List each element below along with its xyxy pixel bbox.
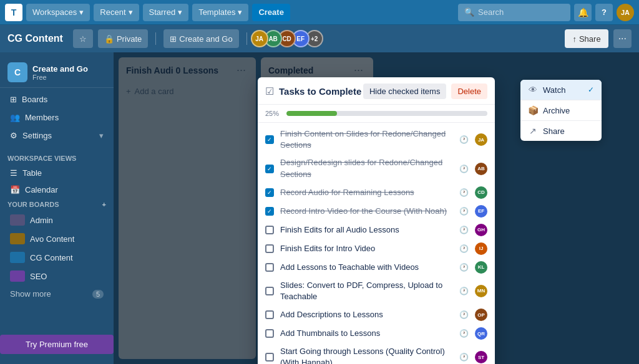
checklist-checkbox[interactable] — [265, 226, 274, 234]
clock-icon[interactable]: 🕐 — [459, 263, 469, 272]
checklist-item[interactable]: Add Descriptions to Lessons🕐OP — [258, 305, 495, 324]
archive-menu-item[interactable]: 📦 Archive — [520, 100, 602, 120]
checklist-item-avatar: QR — [475, 327, 487, 340]
share-btn[interactable]: ↑ Share — [565, 29, 608, 48]
search-bar[interactable]: 🔍 Search — [458, 4, 570, 21]
clock-icon[interactable]: 🕐 — [459, 135, 469, 144]
checklist-item[interactable]: Add Thumbnails to Lessons🕐QR — [258, 324, 495, 343]
header-divider-2 — [246, 32, 247, 45]
checklist-checkbox[interactable] — [265, 287, 274, 295]
workspaces-btn[interactable]: Workspaces ▾ — [26, 4, 90, 21]
sidebar-item-table[interactable]: ☰ Table — [2, 165, 111, 181]
checklist-checkbox[interactable] — [265, 244, 274, 253]
board-title: CG Content — [7, 33, 63, 44]
watch-menu-item[interactable]: 👁 Watch ✓ — [520, 80, 602, 100]
checklist-item-text: Design/Redesign slides for Redone/Change… — [280, 157, 453, 180]
clock-icon[interactable]: 🕐 — [459, 188, 469, 197]
recent-btn[interactable]: Recent ▾ — [94, 4, 139, 21]
clock-icon[interactable]: 🕐 — [459, 310, 469, 319]
add-board-icon[interactable]: + — [102, 201, 106, 208]
checklist-checkbox[interactable] — [265, 329, 274, 338]
sidebar-board-cg[interactable]: CG Content — [2, 249, 111, 266]
sidebar-board-seo[interactable]: SEO — [2, 267, 111, 285]
sidebar-item-boards[interactable]: ⊞ Boards — [2, 91, 111, 108]
checklist-item-text: Record Intro Video for the Course (With … — [280, 206, 453, 217]
checklist-item-text: Finish Content on Slides for Redone/Chan… — [280, 128, 453, 151]
clock-icon[interactable]: 🕐 — [459, 226, 469, 234]
checklist-icon: ☑ — [265, 85, 274, 97]
workspace-views-label: Workspace views — [0, 150, 114, 165]
checklist-item[interactable]: Start Going through Lessons (Quality Con… — [258, 343, 495, 364]
members-icon: 👥 — [10, 113, 20, 122]
sidebar-board-admin[interactable]: Admin — [2, 211, 111, 229]
more-btn[interactable]: ··· — [613, 29, 632, 48]
context-menu: 👁 Watch ✓ 📦 Archive ↗ Share — [520, 80, 602, 141]
share-menu-item[interactable]: ↗ Share — [520, 121, 602, 141]
sidebar-board-avo[interactable]: Avo Content — [2, 230, 111, 247]
board-header: CG Content ☆ 🔒 Private ⊞ Create and Go J… — [0, 25, 639, 52]
checklist-list: Finish Content on Slides for Redone/Chan… — [258, 123, 495, 364]
notification-bell-icon[interactable]: 🔔 — [574, 4, 592, 21]
checklist-item-avatar: MN — [475, 285, 487, 297]
board-content: Finish Audi 0 Lessons ··· + Add a card C… — [114, 52, 639, 364]
star-icon: ☆ — [79, 34, 87, 44]
try-premium-btn[interactable]: Try Premium free — [0, 335, 114, 354]
checklist-item[interactable]: Finish Edits for Intro Video🕐IJ — [258, 239, 495, 258]
checklist-checkbox[interactable] — [265, 263, 274, 272]
modal-overlay[interactable]: 👁 Watch ✓ 📦 Archive ↗ Share — [114, 52, 639, 364]
checklist-item-text: Add Thumbnails to Lessons — [280, 328, 453, 339]
checklist-checkbox[interactable] — [265, 188, 274, 197]
watch-check-icon: ✓ — [588, 85, 594, 94]
checklist-checkbox[interactable] — [265, 135, 274, 144]
checklist-item[interactable]: Design/Redesign slides for Redone/Change… — [258, 154, 495, 183]
clock-icon[interactable]: 🕐 — [459, 244, 469, 253]
checklist-checkbox[interactable] — [265, 353, 274, 362]
delete-btn[interactable]: Delete — [451, 84, 487, 99]
workspace-icon: C — [7, 62, 27, 82]
clock-icon[interactable]: 🕐 — [459, 353, 469, 362]
show-more-btn[interactable]: Show more 5 — [2, 286, 111, 302]
templates-btn[interactable]: Templates ▾ — [192, 4, 248, 21]
checklist-item-avatar: JA — [475, 133, 487, 146]
board-color-cg — [10, 252, 25, 263]
checklist-item[interactable]: Finish Edits for all Audio Lessons🕐GH — [258, 221, 495, 239]
star-btn[interactable]: ☆ — [73, 29, 93, 48]
checklist-item-avatar: AB — [475, 163, 487, 175]
checklist-item[interactable]: Record Intro Video for the Course (With … — [258, 202, 495, 221]
lock-icon: 🔒 — [104, 34, 114, 44]
clock-icon[interactable]: 🕐 — [459, 329, 469, 338]
checklist-item[interactable]: Finish Content on Slides for Redone/Chan… — [258, 125, 495, 154]
checklist-checkbox[interactable] — [265, 207, 274, 216]
member-avatars: JA AB CD EF +2 — [255, 30, 323, 47]
info-icon[interactable]: ? — [595, 4, 613, 21]
clock-icon[interactable]: 🕐 — [459, 207, 469, 216]
starred-btn[interactable]: Starred ▾ — [143, 4, 189, 21]
user-avatar[interactable]: JA — [617, 4, 634, 21]
sidebar: C Create and Go Free ⊞ Boards 👥 Members … — [0, 52, 114, 364]
progress-row: 25% — [265, 110, 487, 117]
clock-icon[interactable]: 🕐 — [459, 287, 469, 295]
checklist-item-text: Add Descriptions to Lessons — [280, 309, 453, 320]
sidebar-item-members[interactable]: 👥 Members — [2, 109, 111, 126]
checklist-item[interactable]: Slides: Convert to PDF, Compress, Upload… — [258, 277, 495, 305]
checklist-item[interactable]: Add Lessons to Teachable with Videos🕐KL — [258, 258, 495, 277]
checklist-checkbox[interactable] — [265, 165, 274, 173]
sidebar-item-settings[interactable]: ⚙ Settings ▾ — [2, 127, 111, 144]
visibility-btn[interactable]: 🔒 Private — [98, 29, 148, 48]
hide-checked-btn[interactable]: Hide checked items — [363, 84, 446, 99]
board-color-avo — [10, 233, 25, 244]
top-nav: T Workspaces ▾ Recent ▾ Starred ▾ Templa… — [0, 0, 639, 25]
checklist-item-avatar: CD — [475, 186, 487, 199]
checklist-checkbox[interactable] — [265, 310, 274, 319]
progress-section: 25% — [258, 105, 495, 123]
member-avatar-1[interactable]: JA — [251, 30, 268, 47]
checklist-item[interactable]: Record Audio for Remaining Lessons🕐CD — [258, 183, 495, 202]
header-divider — [155, 32, 156, 45]
workspace-btn[interactable]: ⊞ Create and Go — [163, 29, 238, 48]
sidebar-item-calendar[interactable]: 📅 Calendar — [2, 182, 111, 198]
popup-title: Tasks to Complete — [279, 86, 361, 97]
checklist-item-text: Slides: Convert to PDF, Compress, Upload… — [280, 280, 453, 302]
create-btn[interactable]: Create — [252, 4, 290, 21]
clock-icon[interactable]: 🕐 — [459, 165, 469, 173]
checklist-item-avatar: IJ — [475, 242, 487, 255]
